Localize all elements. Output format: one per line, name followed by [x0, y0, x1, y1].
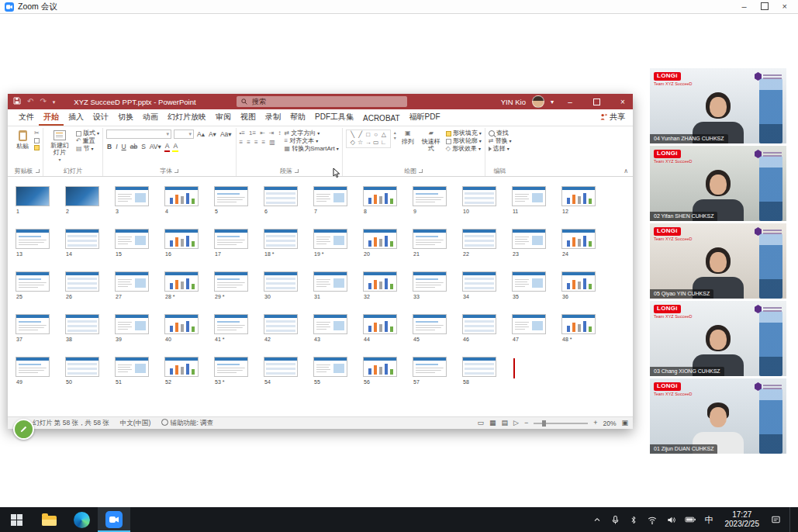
edge-browser-button[interactable] [65, 507, 98, 532]
align-right-icon[interactable]: ≡ [254, 140, 258, 146]
hidden-icons-chevron[interactable] [592, 515, 602, 524]
speaker-icon[interactable] [666, 515, 676, 525]
slide-thumbnail-53[interactable]: 53 * [214, 357, 264, 399]
slide-thumbnail-12[interactable]: 12 [561, 186, 611, 229]
slide-thumbnail-52[interactable]: 52 [164, 357, 214, 399]
slide-thumbnail-55[interactable]: 55 [313, 357, 363, 399]
slide-thumbnail-21[interactable]: 21 [413, 229, 462, 271]
line-spacing-icon[interactable]: ↕ [278, 130, 282, 136]
slide-thumbnail-41[interactable]: 41 * [214, 314, 264, 357]
battery-icon[interactable] [685, 515, 696, 524]
language-status[interactable]: 中文(中国) [120, 419, 151, 428]
tab-文件[interactable]: 文件 [14, 109, 39, 126]
drawing-dialog-launcher[interactable] [419, 169, 423, 173]
numbering-icon[interactable]: 1≡ [249, 130, 256, 136]
annotation-pencil-badge[interactable] [13, 419, 34, 440]
zoom-in-button[interactable]: + [593, 420, 597, 427]
slide-thumbnail-35[interactable]: 35 [512, 271, 561, 314]
new-slide-button[interactable]: 新建幻灯片 ▾ [47, 130, 73, 164]
font-dialog-launcher[interactable] [174, 169, 178, 173]
layout-button[interactable]: 版式▾ [76, 130, 99, 136]
slide-thumbnail-32[interactable]: 32 [363, 271, 413, 314]
tab-福昕PDF[interactable]: 福昕PDF [405, 109, 445, 126]
fit-to-window-button[interactable]: ▣ [621, 420, 628, 427]
reading-view-button[interactable]: ▤ [502, 420, 509, 427]
columns-icon[interactable]: ▥ [269, 140, 275, 146]
slide-thumbnail-56[interactable]: 56 [363, 357, 413, 399]
slide-thumbnail-58[interactable]: 58 [462, 357, 512, 399]
slide-thumbnail-26[interactable]: 26 [65, 271, 115, 314]
find-button[interactable]: 查找 [489, 130, 512, 136]
redo-icon[interactable]: ↷ [40, 98, 46, 105]
slide-thumbnail-2[interactable]: 2 [65, 186, 115, 229]
slide-thumbnail-16[interactable]: 16 [164, 229, 214, 271]
slideshow-button[interactable]: ▷ [513, 420, 519, 427]
share-button[interactable]: 共享 [597, 109, 628, 126]
slide-thumbnail-10[interactable]: 10 [462, 186, 512, 229]
ppt-search-box[interactable] [237, 96, 407, 107]
slide-thumbnail-30[interactable]: 30 [264, 271, 313, 314]
slide-thumbnail-46[interactable]: 46 [462, 314, 512, 357]
quick-styles-button[interactable]: ▰ 快速样式 [420, 130, 443, 153]
slide-thumbnail-18[interactable]: 18 * [264, 229, 313, 271]
tab-开始[interactable]: 开始 [39, 109, 64, 126]
slide-thumbnail-31[interactable]: 31 [313, 271, 363, 314]
slide-thumbnail-1[interactable]: 1 [16, 186, 65, 229]
microphone-icon[interactable] [610, 515, 620, 525]
slide-thumbnail-51[interactable]: 51 [115, 357, 164, 399]
tab-幻灯片放映[interactable]: 幻灯片放映 [163, 109, 211, 126]
highlight-color-button[interactable]: A [172, 141, 178, 152]
slide-thumbnail-29[interactable]: 29 * [214, 271, 264, 314]
replace-button[interactable]: ⇄替换▾ [489, 138, 512, 144]
slide-thumbnail-57[interactable]: 57 [413, 357, 462, 399]
tab-设计[interactable]: 设计 [88, 109, 113, 126]
font-color-button[interactable]: A [164, 141, 171, 152]
slide-thumbnail-28[interactable]: 28 * [164, 271, 214, 314]
slide-thumbnail-4[interactable]: 4 [164, 186, 214, 229]
participant-tile-3[interactable]: LONGiTeam XYZ SucceeD05 Qiyao YIN CUHKSZ [650, 223, 786, 299]
slide-thumbnail-7[interactable]: 7 [313, 186, 363, 229]
undo-icon[interactable]: ↶ [27, 98, 33, 105]
align-center-icon[interactable]: ≡ [247, 140, 250, 146]
format-painter-icon[interactable] [34, 145, 40, 150]
bullets-icon[interactable]: •≡ [240, 130, 245, 136]
zoom-slider[interactable] [534, 423, 588, 424]
align-left-icon[interactable]: ≡ [240, 140, 244, 146]
slide-thumbnail-45[interactable]: 45 [413, 314, 462, 357]
participant-tile-5[interactable]: LONGiTeam XYZ SucceeD01 Zijun DUAN CUHKS… [650, 378, 786, 454]
zoom-maximize-button[interactable] [761, 2, 769, 12]
reset-button[interactable]: ↶重置 [76, 138, 99, 144]
slide-thumbnail-13[interactable]: 13 [16, 229, 65, 271]
tab-ACROBAT[interactable]: ACROBAT [358, 112, 405, 126]
zoom-close-button[interactable]: × [782, 2, 787, 11]
slide-thumbnail-25[interactable]: 25 [16, 271, 65, 314]
slide-thumbnail-40[interactable]: 40 [164, 314, 214, 357]
decrease-indent-icon[interactable]: ⇤ [260, 130, 265, 136]
slide-thumbnail-20[interactable]: 20 [363, 229, 413, 271]
change-case-button[interactable]: Aa▾ [219, 130, 233, 139]
slide-thumbnail-47[interactable]: 47 [512, 314, 561, 357]
slide-thumbnail-48[interactable]: 48 * [561, 314, 611, 357]
slide-thumbnail-11[interactable]: 11 [512, 186, 561, 229]
tab-PDF工具集[interactable]: PDF工具集 [310, 109, 358, 126]
participant-tile-2[interactable]: LONGiTeam XYZ SucceeD02 Yifan SHEN CUHKS… [650, 146, 786, 221]
slide-sorter-view-button[interactable]: ▦ [489, 420, 496, 427]
ime-indicator[interactable]: 中 [705, 514, 713, 526]
paragraph-dialog-launcher[interactable] [295, 169, 299, 173]
normal-view-button[interactable]: ▭ [477, 420, 484, 427]
tab-帮助[interactable]: 帮助 [285, 109, 310, 126]
slide-thumbnail-44[interactable]: 44 [363, 314, 413, 357]
ppt-close-button[interactable]: × [613, 94, 633, 109]
slide-thumbnail-14[interactable]: 14 [65, 229, 115, 271]
slide-thumbnail-37[interactable]: 37 [16, 314, 65, 357]
slide-thumbnail-15[interactable]: 15 [115, 229, 164, 271]
slide-thumbnail-50[interactable]: 50 [65, 357, 115, 399]
zoom-minimize-button[interactable]: – [741, 2, 746, 11]
file-explorer-button[interactable] [33, 507, 65, 532]
paste-button[interactable]: 粘贴 [14, 130, 31, 150]
slide-thumbnail-42[interactable]: 42 [264, 314, 313, 357]
strikethrough-button[interactable]: ab [130, 142, 138, 151]
tab-视图[interactable]: 视图 [236, 109, 261, 126]
slide-thumbnail-19[interactable]: 19 * [313, 229, 363, 271]
section-button[interactable]: ▤节▾ [76, 146, 99, 152]
